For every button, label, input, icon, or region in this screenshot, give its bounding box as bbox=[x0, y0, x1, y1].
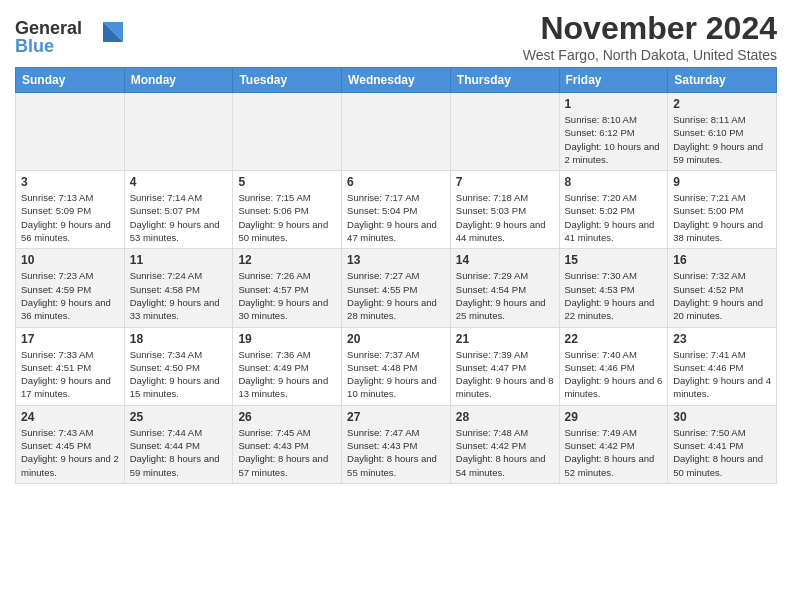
calendar-week-row: 24Sunrise: 7:43 AM Sunset: 4:45 PM Dayli… bbox=[16, 405, 777, 483]
table-row: 21Sunrise: 7:39 AM Sunset: 4:47 PM Dayli… bbox=[450, 327, 559, 405]
day-number: 15 bbox=[565, 253, 663, 267]
day-info: Sunrise: 7:26 AM Sunset: 4:57 PM Dayligh… bbox=[238, 269, 336, 322]
table-row: 1Sunrise: 8:10 AM Sunset: 6:12 PM Daylig… bbox=[559, 93, 668, 171]
day-info: Sunrise: 8:11 AM Sunset: 6:10 PM Dayligh… bbox=[673, 113, 771, 166]
col-saturday: Saturday bbox=[668, 68, 777, 93]
calendar-week-row: 10Sunrise: 7:23 AM Sunset: 4:59 PM Dayli… bbox=[16, 249, 777, 327]
page-container: General Blue November 2024 West Fargo, N… bbox=[0, 0, 792, 494]
day-info: Sunrise: 7:45 AM Sunset: 4:43 PM Dayligh… bbox=[238, 426, 336, 479]
table-row: 23Sunrise: 7:41 AM Sunset: 4:46 PM Dayli… bbox=[668, 327, 777, 405]
day-number: 19 bbox=[238, 332, 336, 346]
day-info: Sunrise: 7:37 AM Sunset: 4:48 PM Dayligh… bbox=[347, 348, 445, 401]
day-info: Sunrise: 7:47 AM Sunset: 4:43 PM Dayligh… bbox=[347, 426, 445, 479]
day-number: 14 bbox=[456, 253, 554, 267]
day-number: 5 bbox=[238, 175, 336, 189]
title-block: November 2024 West Fargo, North Dakota, … bbox=[523, 10, 777, 63]
table-row: 4Sunrise: 7:14 AM Sunset: 5:07 PM Daylig… bbox=[124, 171, 233, 249]
table-row: 11Sunrise: 7:24 AM Sunset: 4:58 PM Dayli… bbox=[124, 249, 233, 327]
day-number: 1 bbox=[565, 97, 663, 111]
day-info: Sunrise: 7:14 AM Sunset: 5:07 PM Dayligh… bbox=[130, 191, 228, 244]
col-thursday: Thursday bbox=[450, 68, 559, 93]
day-number: 27 bbox=[347, 410, 445, 424]
table-row: 28Sunrise: 7:48 AM Sunset: 4:42 PM Dayli… bbox=[450, 405, 559, 483]
day-info: Sunrise: 7:27 AM Sunset: 4:55 PM Dayligh… bbox=[347, 269, 445, 322]
day-info: Sunrise: 7:49 AM Sunset: 4:42 PM Dayligh… bbox=[565, 426, 663, 479]
table-row: 3Sunrise: 7:13 AM Sunset: 5:09 PM Daylig… bbox=[16, 171, 125, 249]
table-row bbox=[124, 93, 233, 171]
day-info: Sunrise: 7:44 AM Sunset: 4:44 PM Dayligh… bbox=[130, 426, 228, 479]
table-row: 7Sunrise: 7:18 AM Sunset: 5:03 PM Daylig… bbox=[450, 171, 559, 249]
day-info: Sunrise: 7:40 AM Sunset: 4:46 PM Dayligh… bbox=[565, 348, 663, 401]
table-row: 2Sunrise: 8:11 AM Sunset: 6:10 PM Daylig… bbox=[668, 93, 777, 171]
day-number: 28 bbox=[456, 410, 554, 424]
table-row: 24Sunrise: 7:43 AM Sunset: 4:45 PM Dayli… bbox=[16, 405, 125, 483]
day-info: Sunrise: 7:24 AM Sunset: 4:58 PM Dayligh… bbox=[130, 269, 228, 322]
day-info: Sunrise: 7:41 AM Sunset: 4:46 PM Dayligh… bbox=[673, 348, 771, 401]
day-number: 23 bbox=[673, 332, 771, 346]
table-row: 18Sunrise: 7:34 AM Sunset: 4:50 PM Dayli… bbox=[124, 327, 233, 405]
location-title: West Fargo, North Dakota, United States bbox=[523, 47, 777, 63]
day-info: Sunrise: 7:13 AM Sunset: 5:09 PM Dayligh… bbox=[21, 191, 119, 244]
table-row: 30Sunrise: 7:50 AM Sunset: 4:41 PM Dayli… bbox=[668, 405, 777, 483]
day-number: 3 bbox=[21, 175, 119, 189]
day-number: 6 bbox=[347, 175, 445, 189]
calendar-table: Sunday Monday Tuesday Wednesday Thursday… bbox=[15, 67, 777, 484]
day-number: 16 bbox=[673, 253, 771, 267]
table-row: 12Sunrise: 7:26 AM Sunset: 4:57 PM Dayli… bbox=[233, 249, 342, 327]
day-number: 17 bbox=[21, 332, 119, 346]
day-number: 2 bbox=[673, 97, 771, 111]
day-number: 13 bbox=[347, 253, 445, 267]
day-info: Sunrise: 7:50 AM Sunset: 4:41 PM Dayligh… bbox=[673, 426, 771, 479]
day-info: Sunrise: 7:20 AM Sunset: 5:02 PM Dayligh… bbox=[565, 191, 663, 244]
svg-text:General: General bbox=[15, 18, 82, 38]
calendar-week-row: 17Sunrise: 7:33 AM Sunset: 4:51 PM Dayli… bbox=[16, 327, 777, 405]
day-info: Sunrise: 7:18 AM Sunset: 5:03 PM Dayligh… bbox=[456, 191, 554, 244]
table-row: 22Sunrise: 7:40 AM Sunset: 4:46 PM Dayli… bbox=[559, 327, 668, 405]
day-info: Sunrise: 7:15 AM Sunset: 5:06 PM Dayligh… bbox=[238, 191, 336, 244]
header: General Blue November 2024 West Fargo, N… bbox=[15, 10, 777, 63]
day-info: Sunrise: 7:33 AM Sunset: 4:51 PM Dayligh… bbox=[21, 348, 119, 401]
day-info: Sunrise: 7:30 AM Sunset: 4:53 PM Dayligh… bbox=[565, 269, 663, 322]
day-info: Sunrise: 7:23 AM Sunset: 4:59 PM Dayligh… bbox=[21, 269, 119, 322]
logo-text: General Blue bbox=[15, 14, 125, 63]
day-number: 21 bbox=[456, 332, 554, 346]
table-row bbox=[16, 93, 125, 171]
table-row: 16Sunrise: 7:32 AM Sunset: 4:52 PM Dayli… bbox=[668, 249, 777, 327]
table-row: 6Sunrise: 7:17 AM Sunset: 5:04 PM Daylig… bbox=[342, 171, 451, 249]
month-title: November 2024 bbox=[523, 10, 777, 47]
day-number: 20 bbox=[347, 332, 445, 346]
table-row bbox=[342, 93, 451, 171]
table-row: 13Sunrise: 7:27 AM Sunset: 4:55 PM Dayli… bbox=[342, 249, 451, 327]
day-number: 26 bbox=[238, 410, 336, 424]
day-number: 11 bbox=[130, 253, 228, 267]
day-info: Sunrise: 8:10 AM Sunset: 6:12 PM Dayligh… bbox=[565, 113, 663, 166]
calendar-week-row: 1Sunrise: 8:10 AM Sunset: 6:12 PM Daylig… bbox=[16, 93, 777, 171]
day-info: Sunrise: 7:17 AM Sunset: 5:04 PM Dayligh… bbox=[347, 191, 445, 244]
table-row: 9Sunrise: 7:21 AM Sunset: 5:00 PM Daylig… bbox=[668, 171, 777, 249]
logo: General Blue bbox=[15, 14, 125, 63]
day-info: Sunrise: 7:21 AM Sunset: 5:00 PM Dayligh… bbox=[673, 191, 771, 244]
table-row: 10Sunrise: 7:23 AM Sunset: 4:59 PM Dayli… bbox=[16, 249, 125, 327]
calendar-week-row: 3Sunrise: 7:13 AM Sunset: 5:09 PM Daylig… bbox=[16, 171, 777, 249]
calendar-header-row: Sunday Monday Tuesday Wednesday Thursday… bbox=[16, 68, 777, 93]
day-number: 12 bbox=[238, 253, 336, 267]
table-row: 20Sunrise: 7:37 AM Sunset: 4:48 PM Dayli… bbox=[342, 327, 451, 405]
day-number: 30 bbox=[673, 410, 771, 424]
day-info: Sunrise: 7:48 AM Sunset: 4:42 PM Dayligh… bbox=[456, 426, 554, 479]
day-number: 9 bbox=[673, 175, 771, 189]
day-number: 22 bbox=[565, 332, 663, 346]
table-row: 27Sunrise: 7:47 AM Sunset: 4:43 PM Dayli… bbox=[342, 405, 451, 483]
table-row: 17Sunrise: 7:33 AM Sunset: 4:51 PM Dayli… bbox=[16, 327, 125, 405]
table-row: 26Sunrise: 7:45 AM Sunset: 4:43 PM Dayli… bbox=[233, 405, 342, 483]
table-row: 5Sunrise: 7:15 AM Sunset: 5:06 PM Daylig… bbox=[233, 171, 342, 249]
table-row: 29Sunrise: 7:49 AM Sunset: 4:42 PM Dayli… bbox=[559, 405, 668, 483]
day-info: Sunrise: 7:32 AM Sunset: 4:52 PM Dayligh… bbox=[673, 269, 771, 322]
table-row: 25Sunrise: 7:44 AM Sunset: 4:44 PM Dayli… bbox=[124, 405, 233, 483]
col-monday: Monday bbox=[124, 68, 233, 93]
table-row bbox=[450, 93, 559, 171]
day-info: Sunrise: 7:29 AM Sunset: 4:54 PM Dayligh… bbox=[456, 269, 554, 322]
day-number: 7 bbox=[456, 175, 554, 189]
col-friday: Friday bbox=[559, 68, 668, 93]
day-number: 24 bbox=[21, 410, 119, 424]
day-number: 8 bbox=[565, 175, 663, 189]
